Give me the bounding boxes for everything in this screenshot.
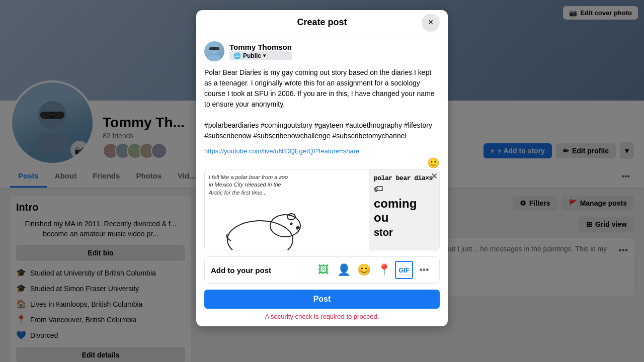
svg-rect-9 <box>209 47 213 50</box>
image-coming-out: coming ou <box>374 197 434 225</box>
gif-button[interactable]: GIF <box>395 261 413 279</box>
modal-user-info: Tommy Thomson 🌐 Public ▾ <box>229 43 292 60</box>
image-preview: I felt like a polar bear from a zoo in M… <box>204 169 440 250</box>
globe-icon: 🌐 <box>233 52 241 59</box>
add-to-post-label: Add to your post <box>211 266 314 275</box>
svg-point-14 <box>290 223 293 225</box>
modal-overlay: Create post × Tommy Tho <box>0 0 644 362</box>
polar-bear-left: I felt like a polar bear from a zoo in M… <box>205 169 369 250</box>
close-icon: × <box>428 17 434 28</box>
emoji-picker-button[interactable]: 🙂 <box>427 157 440 169</box>
image-title1: polar bear dia×s <box>374 174 434 182</box>
modal-header: Create post × <box>196 10 448 35</box>
svg-point-12 <box>270 215 300 237</box>
post-button[interactable]: Post <box>204 290 440 309</box>
svg-rect-7 <box>208 55 220 61</box>
svg-point-11 <box>227 221 293 250</box>
polar-bear-quote: I felt like a polar bear from a zoo in M… <box>209 173 289 197</box>
svg-rect-10 <box>215 47 219 50</box>
modal-close-button[interactable]: × <box>422 14 440 32</box>
modal-user-row: Tommy Thomson 🌐 Public ▾ <box>204 41 440 61</box>
chevron-down-icon: ▾ <box>263 53 266 58</box>
security-warning: A security check is required to proceed. <box>204 313 440 320</box>
more-tools-button[interactable]: ••• <box>415 261 433 279</box>
polar-bear-svg <box>210 190 310 250</box>
create-post-modal: Create post × Tommy Tho <box>196 10 448 326</box>
post-link[interactable]: https://youtube.com/live/uNIDQEgetQI?fea… <box>204 147 440 155</box>
add-to-post-bar: Add to your post 🖼 👤 😊 📍 GIF ••• <box>204 256 440 284</box>
image-stor: stor <box>374 227 434 238</box>
polar-bear-right: ✕ polar bear dia×s 🏷 coming ou stor <box>369 169 439 250</box>
privacy-label: Public <box>243 52 261 59</box>
post-text-input[interactable]: Polar Bear Diaries is my gay coming out … <box>204 67 440 141</box>
svg-point-15 <box>296 226 300 229</box>
image-icon1: 🏷 <box>374 184 434 195</box>
modal-user-avatar <box>204 41 224 61</box>
modal-body: Tommy Thomson 🌐 Public ▾ Polar Bear Diar… <box>196 35 448 326</box>
privacy-selector-button[interactable]: 🌐 Public ▾ <box>229 51 292 60</box>
location-button[interactable]: 📍 <box>375 261 393 279</box>
tag-people-button[interactable]: 👤 <box>335 261 353 279</box>
post-text-area: Polar Bear Diaries is my gay coming out … <box>204 67 440 155</box>
feeling-activity-button[interactable]: 😊 <box>355 261 373 279</box>
polar-bear-image: I felt like a polar bear from a zoo in M… <box>205 169 439 250</box>
post-tool-icons: 🖼 👤 😊 📍 GIF ••• <box>314 261 433 279</box>
remove-image-icon[interactable]: ✕ <box>431 171 437 181</box>
modal-username: Tommy Thomson <box>229 43 292 51</box>
modal-title: Create post <box>297 17 347 28</box>
add-photo-button[interactable]: 🖼 <box>314 261 333 279</box>
modal-avatar-svg <box>204 41 224 61</box>
